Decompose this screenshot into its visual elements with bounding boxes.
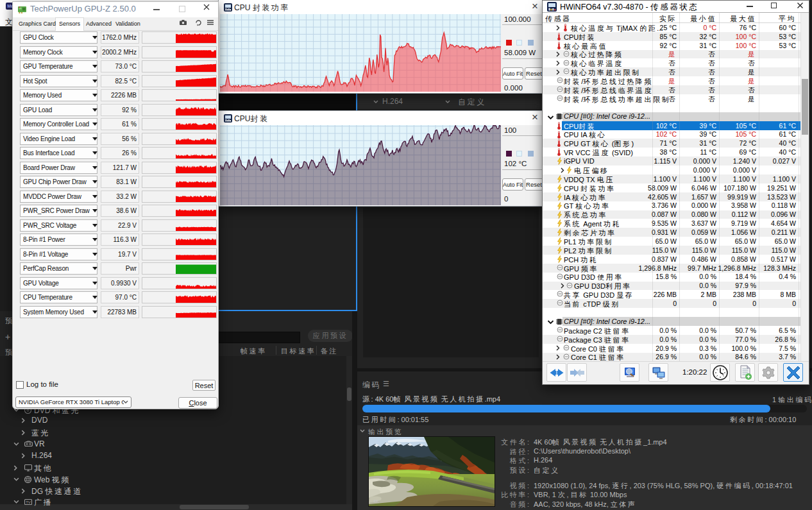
svg-text:4K: 4K [373,499,379,504]
svg-text:TV: TV [26,500,31,504]
